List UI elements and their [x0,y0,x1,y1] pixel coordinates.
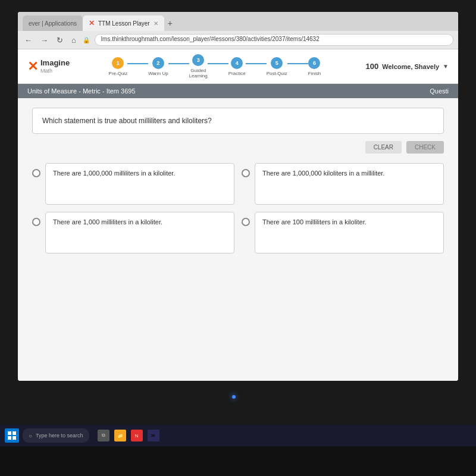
new-tab-btn[interactable]: + [168,18,173,28]
step-circle-5: 5 [271,57,283,69]
address-input[interactable]: lms.thinkthroughmath.com/lesson_player/#… [95,34,453,46]
choice-text-d: There are 100 milliliters in a kiloliter… [262,218,367,226]
progress-steps: 1 Pre-Quiz 2 Warm Up 3 [70,54,359,79]
taskbar: ○ Type here to search ⧉ 📁 N ✉ [0,425,476,446]
taskbar-icons: ⧉ 📁 N ✉ [98,430,159,441]
step-6[interactable]: 6 Finish [308,57,321,76]
forward-btn[interactable]: → [39,36,50,45]
tab-ttm[interactable]: ✕ TTM Lesson Player ✕ [83,15,164,31]
logo-area: ✕ Imagine Math [27,59,70,74]
choice-a: There are 1,000,000 milliliters in a kil… [32,163,234,205]
question-box: Which statement is true about milliliter… [32,108,444,134]
lock-icon: 🔒 [83,37,90,43]
svg-rect-3 [12,436,16,440]
radio-c[interactable] [32,218,40,226]
mail-icon[interactable]: ✉ [148,430,159,441]
taskbar-search-box[interactable]: ○ Type here to search [23,428,89,443]
step-label-6: Finish [308,71,321,76]
step-label-3: GuidedLearning [189,68,208,79]
question-text: Which statement is true about milliliter… [42,117,212,125]
home-btn[interactable]: ⌂ [70,36,78,45]
step-circle-4: 4 [231,57,243,69]
tab-ttm-label: TTM Lesson Player [98,20,150,27]
step-label-4: Practice [228,71,246,76]
file-explorer-icon[interactable]: 📁 [114,430,126,441]
logo-sub: Math [40,68,70,74]
choice-box-a[interactable]: There are 1,000,000 milliliters in a kil… [45,163,234,205]
browser-chrome: ever | Applications ✕ TTM Lesson Player … [18,12,458,49]
refresh-btn[interactable]: ↻ [55,36,65,45]
cursor-glow [232,395,236,399]
radio-b[interactable] [242,169,250,177]
logo-text-area: Imagine Math [40,59,70,73]
question-label: Questi [430,87,449,95]
connector-4-5 [246,63,267,64]
score-display: 100 [366,62,379,71]
choice-text-b: There are 1,000,000 kiloliters in a mill… [262,170,384,177]
radio-d[interactable] [242,218,250,226]
task-view-icon[interactable]: ⧉ [98,430,109,441]
page-title: Units of Measure - Metric - Item 3695 [27,87,136,95]
back-btn[interactable]: ← [23,36,34,45]
step-5[interactable]: 5 Post-Quiz [267,57,287,76]
choice-d: There are 100 milliliters in a kiloliter… [242,212,444,253]
step-label-5: Post-Quiz [267,71,287,76]
address-text: lms.thinkthroughmath.com/lesson_player/#… [101,36,320,42]
check-button[interactable]: CHECK [406,141,444,154]
step-circle-6: 6 [308,57,320,69]
welcome-text: Welcome, Shavely [382,63,439,70]
step-circle-2: 2 [152,57,164,69]
screen: ever | Applications ✕ TTM Lesson Player … [18,12,458,381]
connector-1-2 [127,63,148,64]
top-nav: ✕ Imagine Math 1 Pre-Quiz [18,49,458,84]
taskbar-search-text: Type here to search [36,433,83,439]
svg-rect-2 [8,436,11,440]
connector-3-4 [208,63,228,64]
choice-c: There are 1,000 milliliters in a kilolit… [32,212,234,253]
main-content: Which statement is true about milliliter… [18,98,458,263]
step-1[interactable]: 1 Pre-Quiz [109,57,128,76]
choice-text-c: There are 1,000 milliliters in a kilolit… [53,218,162,226]
choice-text-a: There are 1,000,000 milliliters in a kil… [53,170,175,177]
choice-box-d[interactable]: There are 100 milliliters in a kiloliter… [255,212,444,253]
action-row: CLEAR CHECK [32,141,444,154]
clear-button[interactable]: CLEAR [365,141,402,154]
radio-a[interactable] [32,169,40,177]
step-4[interactable]: 4 Practice [228,57,246,76]
tab-bar: ever | Applications ✕ TTM Lesson Player … [18,12,458,31]
connector-2-3 [168,63,189,64]
step-label-1: Pre-Quiz [109,71,128,76]
logo-icon: ✕ [27,59,38,74]
svg-rect-0 [8,431,11,435]
user-dropdown-icon[interactable]: ▼ [443,63,449,70]
choices-grid: There are 1,000,000 milliliters in a kil… [32,163,444,253]
step-circle-3: 3 [192,54,204,66]
sub-header: Units of Measure - Metric - Item 3695 Qu… [18,84,458,98]
browser-icon[interactable]: N [131,430,143,441]
choice-box-b[interactable]: There are 1,000,000 kiloliters in a mill… [255,163,444,205]
logo-text: Imagine [40,59,70,67]
step-3[interactable]: 3 GuidedLearning [189,54,208,79]
connector-5-6 [287,63,308,64]
address-bar: ← → ↻ ⌂ 🔒 lms.thinkthroughmath.com/lesso… [18,31,458,49]
tab-applications[interactable]: ever | Applications [23,15,83,31]
search-icon: ○ [29,433,32,439]
choice-b: There are 1,000,000 kiloliters in a mill… [242,163,444,205]
choice-box-c[interactable]: There are 1,000 milliliters in a kilolit… [45,212,234,253]
app-content: ✕ Imagine Math 1 Pre-Quiz [18,49,458,381]
start-button[interactable] [5,428,19,443]
svg-rect-1 [12,431,16,435]
bottom-bezel [0,446,476,476]
step-circle-1: 1 [112,57,124,69]
tab-applications-label: ever | Applications [29,20,77,27]
step-2[interactable]: 2 Warm Up [148,57,168,76]
user-area: 100 Welcome, Shavely ▼ [360,62,449,71]
step-label-2: Warm Up [148,71,168,76]
tab-x-icon: ✕ [89,19,95,27]
tab-close-btn[interactable]: ✕ [154,20,158,27]
